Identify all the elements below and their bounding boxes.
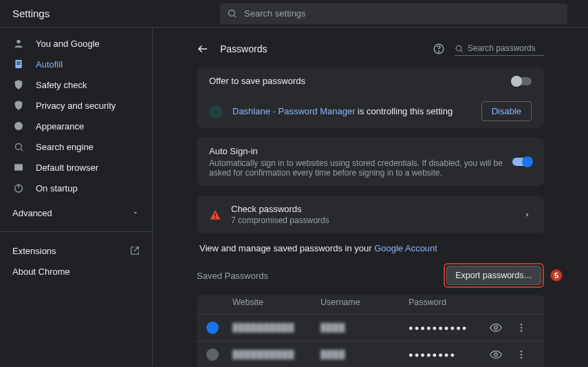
password-mask: ●●●●●●●● [409,350,484,359]
extension-icon [209,105,223,118]
sidebar-item-label: About Chrome [12,266,70,277]
chevron-down-icon [131,209,140,217]
advanced-label: Advanced [12,208,52,218]
site-cell[interactable]: ██████████ [232,323,315,333]
person-icon [12,38,25,49]
search-icon [12,142,25,152]
sidebar-item-label: You and Google [36,39,100,49]
power-icon [12,182,25,193]
svg-rect-5 [17,63,20,64]
warning-icon [209,209,221,221]
show-password-icon[interactable] [490,348,510,361]
search-passwords-input[interactable] [468,43,544,53]
autofill-icon [12,59,25,70]
svg-point-22 [521,330,523,332]
manage-passwords-text: View and manage saved passwords in your … [197,243,544,260]
browser-icon [12,162,25,173]
sidebar-item-about-chrome[interactable]: About Chrome [0,261,152,282]
sidebar-advanced-toggle[interactable]: Advanced [0,202,152,223]
external-link-icon [130,246,140,255]
export-passwords-button[interactable]: Export passwords… [446,266,541,285]
sidebar-item-safety-check[interactable]: Safety check [0,74,152,95]
svg-point-25 [521,354,523,356]
google-account-link[interactable]: Google Account [374,243,437,253]
section-title: Passwords [220,43,423,54]
col-website: Website [232,297,315,307]
sidebar-item-privacy[interactable]: Privacy and security [0,95,152,116]
more-icon[interactable] [516,349,536,360]
sidebar-item-label: On startup [36,183,78,193]
svg-point-6 [14,122,23,130]
svg-line-1 [234,15,236,17]
disable-button[interactable]: Disable [481,101,532,121]
check-passwords-row[interactable]: Check passwords 7 compromised passwords [197,196,544,233]
sidebar: You and Google Autofill Safety check Pri… [0,28,153,367]
search-passwords-box[interactable] [455,42,544,56]
svg-point-20 [521,324,523,326]
user-cell: ████ [320,323,403,333]
help-icon[interactable] [433,43,445,55]
sidebar-item-label: Autofill [36,59,63,70]
sidebar-item-label: Appearance [36,121,84,132]
svg-line-16 [461,50,462,52]
sidebar-item-on-startup[interactable]: On startup [0,178,152,198]
controller-link[interactable]: Dashlane - Password Manager [232,106,355,116]
sidebar-item-search-engine[interactable]: Search engine [0,136,152,157]
svg-rect-4 [17,62,20,63]
site-cell[interactable]: ██████████ [232,350,315,359]
svg-point-19 [494,326,498,330]
sidebar-item-label: Search engine [36,142,94,152]
back-button[interactable] [197,43,210,55]
more-icon[interactable] [516,322,536,333]
step-badge: 5 [550,269,563,282]
divider [0,231,152,232]
svg-point-24 [521,350,523,353]
svg-point-26 [521,357,523,359]
controller-text: Dashlane - Password Manager is controlli… [232,106,472,116]
svg-rect-18 [215,217,216,218]
sidebar-item-default-browser[interactable]: Default browser [0,157,152,178]
auto-signin-desc: Automatically sign in to websites using … [209,158,504,178]
auto-signin-label: Auto Sign-in [209,146,504,156]
user-cell: ████ [320,350,403,359]
search-settings-input[interactable] [244,8,560,19]
sidebar-item-appearance[interactable]: Appearance [0,116,152,136]
sidebar-item-label: Default browser [36,162,98,173]
chevron-right-icon [523,211,532,219]
shield-check-icon [12,79,25,90]
search-settings-box[interactable] [220,3,567,24]
svg-rect-9 [14,164,23,170]
saved-passwords-label: Saved Passwords [197,271,268,281]
svg-line-8 [21,149,23,151]
sidebar-item-you-and-google[interactable]: You and Google [0,33,152,54]
shield-icon [12,100,25,111]
export-highlight: Export passwords… 5 [444,263,544,288]
offer-to-save-label: Offer to save passwords [209,76,504,86]
sidebar-item-label: Safety check [36,80,87,90]
check-passwords-label: Check passwords [231,204,514,214]
svg-point-15 [456,45,461,51]
check-passwords-desc: 7 compromised passwords [231,216,514,225]
sidebar-item-extensions[interactable]: Extensions [0,240,152,261]
svg-point-23 [494,353,498,357]
sidebar-item-label: Privacy and security [36,101,116,111]
site-favicon [206,348,219,361]
site-favicon [206,322,219,334]
palette-icon [12,120,25,132]
table-row: ██████████ ████ ●●●●●●●●●● [197,314,544,341]
page-title: Settings [0,8,220,19]
auto-signin-toggle[interactable] [512,158,532,166]
svg-point-0 [229,10,235,17]
svg-point-7 [15,143,21,149]
sidebar-item-label: Extensions [12,246,56,256]
show-password-icon[interactable] [490,322,510,334]
password-mask: ●●●●●●●●●● [409,324,484,332]
search-icon [455,44,464,53]
svg-point-21 [521,327,523,329]
svg-rect-17 [215,213,216,216]
offer-to-save-toggle[interactable] [512,77,532,85]
sidebar-item-autofill[interactable]: Autofill [0,54,152,74]
col-username: Username [320,297,403,307]
search-icon [227,8,237,19]
table-row: ██████████ ████ ●●●●●●●● [197,341,544,367]
